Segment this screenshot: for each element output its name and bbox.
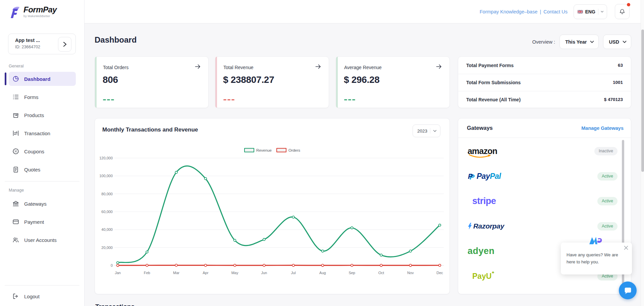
uk-flag-icon bbox=[578, 9, 583, 14]
svg-text:20,000: 20,000 bbox=[101, 246, 113, 250]
knowledge-base-link[interactable]: Formpay Knowledge–base bbox=[480, 9, 538, 14]
gateway-row-amazon[interactable]: amazon Inactive bbox=[458, 139, 618, 163]
sidebar-item-user-accounts[interactable]: User Accounts bbox=[0, 233, 85, 247]
sidebar-item-coupons[interactable]: Coupons bbox=[0, 144, 85, 158]
credit-card-icon bbox=[12, 218, 19, 225]
sidebar: FormPay by MakeWebBetter App test ... ID… bbox=[0, 0, 85, 306]
status-badge: Active bbox=[597, 197, 618, 205]
svg-text:Aug: Aug bbox=[319, 271, 326, 275]
trend-dashes bbox=[223, 96, 235, 102]
sidebar-item-dashboard[interactable]: Dashboard bbox=[0, 72, 85, 86]
amazon-swoosh-icon bbox=[469, 154, 493, 158]
pie-chart-icon bbox=[12, 75, 19, 83]
notifications-button[interactable] bbox=[615, 4, 630, 19]
chevron-down-icon bbox=[601, 10, 603, 13]
status-badge: Inactive bbox=[594, 147, 618, 155]
sidebar-item-transaction[interactable]: Transaction bbox=[0, 126, 85, 140]
svg-text:Jul: Jul bbox=[291, 271, 296, 275]
bank-icon bbox=[12, 200, 19, 207]
chart-legend: Revenue Orders bbox=[95, 148, 449, 152]
stat-value: $ 296.28 bbox=[344, 74, 380, 85]
manage-gateways-link[interactable]: Manage Gateways bbox=[581, 125, 624, 131]
period-select[interactable]: This Year bbox=[559, 35, 599, 49]
svg-text:Oct: Oct bbox=[378, 271, 384, 275]
page-scrollbar-thumb[interactable] bbox=[641, 30, 644, 172]
svg-text:May: May bbox=[231, 271, 238, 275]
sidebar-item-quotes[interactable]: Quotes bbox=[0, 162, 85, 176]
arrow-right-icon[interactable] bbox=[315, 64, 321, 71]
razorpay-icon bbox=[468, 223, 472, 230]
chevron-down-icon bbox=[623, 41, 627, 43]
chat-bubble-icon bbox=[623, 286, 633, 296]
trend-dashes bbox=[103, 96, 115, 102]
transactions-section-title: Transactions bbox=[95, 303, 135, 306]
top-header: Formpay Knowledge–base | Contact Us ENG bbox=[85, 0, 641, 23]
stat-label: Total Orders bbox=[103, 65, 128, 70]
app-open-button[interactable] bbox=[58, 37, 71, 52]
sidebar-divider bbox=[5, 285, 79, 286]
stat-value: 806 bbox=[103, 74, 118, 85]
stat-card-total-orders: Total Orders 806 bbox=[95, 56, 209, 108]
summary-label: Total Revenue (All Time) bbox=[466, 97, 521, 102]
svg-text:Nov: Nov bbox=[407, 271, 414, 275]
year-select[interactable]: 2023 bbox=[413, 124, 440, 137]
logout-label: Logout bbox=[24, 294, 40, 299]
summary-value: $ 470123 bbox=[604, 97, 623, 102]
currency-select[interactable]: USD bbox=[603, 35, 631, 49]
page-title: Dashboard bbox=[95, 35, 137, 45]
app-id: ID: 23664702 bbox=[15, 45, 40, 49]
gateway-row-stripe[interactable]: stripe Active bbox=[458, 189, 618, 213]
stat-label: Total Revenue bbox=[223, 65, 254, 70]
stat-value: $ 238807.27 bbox=[223, 74, 274, 85]
brand-name: FormPay bbox=[23, 5, 57, 14]
chat-message: Have any queries? We are here to help yo… bbox=[567, 251, 627, 266]
sidebar-item-forms[interactable]: Forms bbox=[0, 90, 85, 104]
svg-text:80,000: 80,000 bbox=[101, 192, 113, 196]
app-selector-card: App test ... ID: 23664702 bbox=[8, 34, 76, 54]
contact-us-link[interactable]: Contact Us bbox=[543, 9, 568, 14]
sidebar-section-general: General bbox=[9, 64, 23, 68]
logout-icon bbox=[12, 293, 19, 300]
list-icon bbox=[12, 93, 19, 101]
chevron-down-icon bbox=[433, 130, 437, 132]
logout-button[interactable]: Logout bbox=[0, 289, 85, 303]
arrow-right-icon[interactable] bbox=[195, 64, 201, 71]
close-icon[interactable] bbox=[624, 246, 628, 250]
transfer-arrows-icon bbox=[12, 130, 19, 137]
payu-logo: PayU✦ bbox=[472, 272, 492, 281]
divider bbox=[598, 9, 598, 15]
svg-text:Sep: Sep bbox=[348, 271, 355, 275]
arrow-right-icon[interactable] bbox=[436, 64, 442, 71]
period-value: This Year bbox=[565, 39, 587, 45]
payu-spark-icon: ✦ bbox=[491, 270, 494, 275]
gateways-title: Gateways bbox=[467, 125, 493, 131]
sidebar-item-label: Coupons bbox=[24, 149, 44, 154]
chat-launcher-button[interactable] bbox=[619, 282, 637, 299]
app-name: App test ... bbox=[15, 38, 40, 43]
divider bbox=[430, 128, 430, 134]
sidebar-item-products[interactable]: Products bbox=[0, 108, 85, 122]
sidebar-divider bbox=[5, 181, 79, 182]
paypal-logo: P P PayPal bbox=[468, 172, 501, 181]
legend-item-orders: Orders bbox=[276, 148, 300, 152]
overview-label: Overview : bbox=[532, 39, 555, 45]
gateway-row-paypal[interactable]: P P PayPal Active bbox=[458, 164, 618, 189]
overview-controls: Overview : This Year USD bbox=[532, 35, 631, 49]
trend-dashes bbox=[344, 96, 356, 102]
gateways-header: Gateways Manage Gateways bbox=[458, 118, 631, 138]
header-links: Formpay Knowledge–base | Contact Us bbox=[480, 0, 568, 23]
summary-row: Total Revenue (All Time) $ 470123 bbox=[458, 91, 631, 108]
adyen-logo: adyen bbox=[468, 246, 495, 256]
makewebbetter-logo bbox=[588, 235, 604, 248]
sidebar-item-payment[interactable]: Payment bbox=[0, 215, 85, 229]
svg-text:60,000: 60,000 bbox=[101, 210, 113, 214]
svg-text:Jun: Jun bbox=[261, 271, 267, 275]
svg-text:Jan: Jan bbox=[115, 271, 121, 275]
svg-text:P: P bbox=[468, 172, 473, 181]
revenue-swatch bbox=[244, 148, 254, 152]
summary-label: Total Form Submissions bbox=[466, 80, 521, 85]
status-badge: Active bbox=[597, 172, 618, 181]
sidebar-item-gateways[interactable]: Gateways bbox=[0, 197, 85, 211]
stat-card-average-revenue: Average Revenue $ 296.28 bbox=[336, 56, 450, 108]
language-selector[interactable]: ENG bbox=[574, 4, 607, 19]
